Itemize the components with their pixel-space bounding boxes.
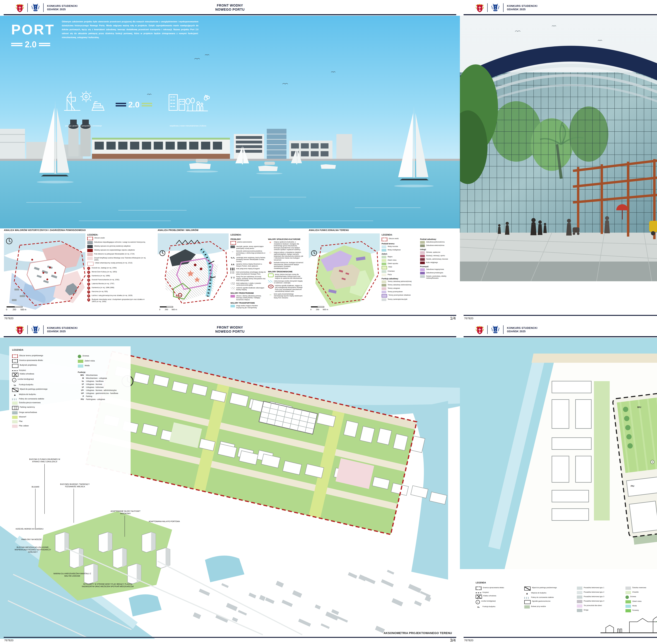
annotation: BUDYNEK BIUROWY, TWORZĄCY TOŻSAMOŚĆ MIEJ… [55, 483, 95, 488]
legend-item: Szuwary [626, 609, 657, 612]
monument-item: 3Kamienica (nr rej. 1898) [87, 275, 149, 278]
legend-item: ★miejsca społeczno-kulturalne, o charakt… [268, 241, 304, 251]
legend-item: UₕFunkcja budynku [12, 384, 74, 387]
monument-list: 1Kościół św. Jadwigi (nr rej. 1093)2Mors… [87, 267, 149, 302]
gdansk-crest-icon [16, 3, 24, 13]
legend-item: vLiczba kondygnacji [476, 600, 519, 604]
project-logo: PORT 2.0 [11, 23, 55, 49]
svg-text:P: P [35, 5, 36, 7]
monument-item: 4Kościół Franciszkanów (nr rej. 1092) [87, 279, 149, 281]
entry-code: 767820 [464, 639, 473, 642]
legend-item: Korytarz [476, 591, 519, 593]
monument-item: 7Karczma (nr rej. 555) [87, 291, 149, 293]
legend-item: ROD [381, 266, 418, 270]
legend-item: Posadzka betonowa typu 3 [577, 596, 620, 599]
storeys-label: V [651, 460, 654, 464]
legend-item: rodzinne ogródki działkowe zaburzające t… [231, 287, 266, 291]
legend-item: Bulwar przy wodzie [524, 605, 571, 608]
legend-item: Zieleń niska [381, 259, 418, 262]
legend-item: RODrodzinne ogródki działkowe, mające na… [268, 285, 304, 292]
svg-text:500 m: 500 m [21, 308, 26, 311]
monument-item: 1Kościół św. Jadwigi (nr rej. 1093) [87, 267, 149, 270]
svg-text:250: 250 [13, 308, 16, 311]
legend-item: Zespół fortyfikacji szańca Mewiego oraz … [87, 257, 149, 261]
legend-item: Tereny usługowe [381, 287, 418, 290]
historic-map-legend: LEGENDA: Obszar analizZabudowa niepodleg… [87, 233, 149, 316]
legend-item: Wody śródlądowe [381, 249, 418, 252]
legend-item: Tereny przemysłowe składowe [381, 294, 418, 298]
monument-item: 8Łaźnia z salą gimnastyczną oraz działka… [87, 294, 149, 297]
legend-item: teren wyłączony z użytku z powodu zaniec… [231, 282, 266, 286]
svg-text:P: P [495, 327, 496, 329]
svg-text:ROD: ROD [179, 295, 182, 296]
legend-item: Ogródki gastronomiczne [524, 600, 571, 604]
port-industry-icons [62, 89, 105, 114]
legend-item: Kultu religijnego [420, 261, 456, 264]
politechnika-gdanska-logo-icon: PG [491, 3, 500, 12]
legend-item: Wody morskie [381, 246, 418, 248]
politechnika-gdanska-logo-icon: PG [31, 325, 40, 334]
annotation: ADAPTOWANE SILOSY NA PUNKT WIDOKOWY [110, 510, 141, 515]
legend-item: Cmentarz [381, 270, 418, 273]
project-logo-title: PORT [11, 23, 55, 36]
legend-item: Ścieżka pieszo-rowerowa [12, 401, 74, 405]
competition-poster-grid: P G KONKURS STUDENCKIGDAŃSK 2025 FRONT W… [0, 0, 657, 644]
legend-item: Handlu, administracji, biurowe [420, 258, 456, 261]
legend-item: Obiekty wpisane do wojewódzkiego rejestr… [87, 249, 149, 252]
legend-item: Budynek projektowy [12, 364, 74, 368]
legend-item: brak połączenia między brzegami [231, 268, 266, 270]
legend-item: Plac [12, 420, 74, 423]
problems-map-graphic: ROD 0250500 m [158, 233, 229, 312]
legend-item: Tereny zabudowy jednorodzinnej [381, 280, 418, 283]
functions-title: Funkcję: [78, 371, 121, 373]
legend-item: ←kierunek zanieczyszczenia powietrza poc… [231, 250, 266, 256]
page-number: 3/4 [450, 638, 456, 643]
legend-item: Woonerf [12, 416, 74, 419]
legend-item: Granica opracowania detalu [12, 359, 74, 363]
competition-name: KONKURS STUDENCKIGDAŃSK 2025 [47, 4, 77, 11]
legend-item: Drzewa [626, 596, 657, 599]
monument-item: 5Latarnia Morska (nr rej. 1797) [87, 282, 149, 285]
community-icons [167, 89, 210, 114]
legend-col: Ścieżka rowerowaChodnikDrzewaZieleń nisk… [626, 585, 657, 614]
legend-item: Obszar analiz [381, 238, 418, 241]
legend-item: ▲Wejścia do budynku [12, 393, 74, 396]
legend-item: UₕFunkcja budynku [476, 605, 519, 608]
icons-caption-left: postęp | przemysł | przyszłość | innowac… [59, 125, 108, 127]
legend-col: Wjazd do parkingu podziemnego▲Wejścia do… [524, 585, 571, 614]
svg-text:500 m: 500 m [323, 308, 328, 310]
legend-item: Klatka schodowa [476, 595, 519, 599]
legend-item: Posadzka betonowa typu 2 [577, 591, 620, 594]
analysis-map-problems: ANALIZA PROBLEMÓW I WALORÓW ROD 02505 [158, 229, 305, 316]
legend-col: DrzewaZieleń niskaWoda [78, 355, 121, 368]
annotation: ADAPTOWANA HALA PO PORTOWA [144, 520, 184, 523]
legend-item: Zdrowia, społeczne [420, 251, 456, 254]
legend-item: Wjazd do parkingu podziemnego [12, 388, 74, 392]
legend-col: Obszar analizPodział terenu:Wody morskie… [381, 237, 418, 302]
monument-item: 6Kamienica (nr rej. 1896,1898) [87, 286, 149, 290]
annotation: BUDYNKI MIESZKALNO-USŁUGOWE, WSPIERAJĄCE… [10, 546, 55, 553]
politechnika-gdanska-logo-icon: P G [31, 3, 40, 12]
render-scene [0, 16, 460, 228]
svg-text:0: 0 [159, 308, 160, 310]
function-item: UᵇᵃUsługowa - biurowa - administracyjna [78, 389, 121, 391]
function-item: MMieszkaniowo - usługowa [78, 377, 121, 379]
board-title: FRONT WODNYNOWEGO PORTU [164, 3, 296, 12]
legend-item: Drzewa [78, 355, 121, 358]
entry-code: 767820 [4, 317, 14, 320]
legend-item: Pole bitewne na półwyspie Westerplatte (… [87, 253, 149, 256]
board-3: PG KONKURS STUDENCKIGDAŃSK 2025 FRONT WO… [0, 322, 460, 644]
svg-text:P: P [35, 327, 36, 329]
legend-item: Woda [78, 365, 121, 368]
legend-item: Edukacji, rekreacji, sportu [420, 255, 456, 257]
legend-col: Granica opracowania detaluKorytarzKlatka… [476, 585, 519, 614]
logo-bars-left [11, 42, 22, 47]
board-header: P G KONKURS STUDENCKIGDAŃSK 2025 FRONT W… [0, 0, 460, 16]
svg-text:500 m: 500 m [172, 308, 177, 310]
legend-col: Posadzka betonowa typu 1Posadzka betonow… [577, 585, 620, 614]
legend-item: Polery do cumowania statków [12, 398, 74, 400]
legend-item: ▲Wejścia do budynku [524, 592, 571, 595]
legend-item: Zabudowa jednorodzinna [420, 241, 456, 244]
entry-code: 767820 [464, 317, 473, 320]
svg-text:P: P [495, 5, 496, 7]
